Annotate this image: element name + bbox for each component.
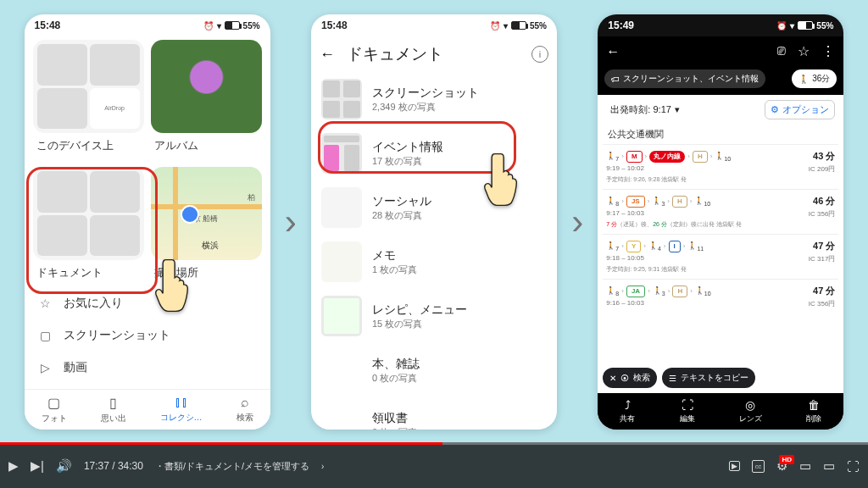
tile-on-device[interactable]: AirDrop (33, 40, 144, 133)
status-right: ⏰ ▾ 55% (203, 21, 260, 30)
settings-button[interactable]: ⚙HD (776, 458, 787, 474)
nav-collections[interactable]: ⫿⫿コレクシ… (160, 395, 203, 424)
photo-actions: ⤴共有 ⛶編集 ◎レンズ 🗑削除 (598, 393, 843, 430)
route-duration: 46 分 (813, 195, 835, 208)
theater-button[interactable]: ▭ (823, 458, 835, 474)
wifi-icon: ▾ (790, 21, 794, 30)
wifi-icon: ▾ (217, 21, 221, 30)
chip-close-search[interactable]: ✕⦿検索 (603, 368, 657, 388)
depart-time[interactable]: 出発時刻: 9:17▾ (606, 100, 684, 119)
action-lens[interactable]: ◎レンズ (739, 398, 762, 424)
share-icon: ⤴ (625, 398, 631, 412)
lens-icon: ◎ (745, 398, 755, 412)
clock: 15:48 (321, 19, 348, 31)
battery-pct: 55% (243, 21, 260, 30)
list-item[interactable]: メモ1 枚の写真 (311, 235, 557, 289)
walk-icon: 🚶 (798, 75, 809, 84)
autoplay-toggle[interactable]: ▶ (729, 461, 740, 471)
search-icon: ⌕ (241, 395, 249, 410)
route-duration: 47 分 (813, 240, 835, 252)
app-bar: ← ⎚ ☆ ⋮ (598, 36, 843, 66)
tile-label: アルバム (154, 138, 262, 153)
tile-places[interactable]: 柏 京 船橋 横浜 (151, 167, 262, 260)
status-bar: 15:48 ⏰ ▾ 55% (311, 14, 557, 36)
walk-segment: 🚶4 (648, 241, 661, 252)
walk-segment: 🚶8 (606, 286, 619, 297)
cat-screenshots[interactable]: ▢スクリーンショット (33, 319, 262, 352)
route-item[interactable]: 🚶7›M›丸ノ内線›H›🚶1043 分9:19 – 10:02IC 209円予定… (603, 144, 838, 189)
header: ← ドキュメント i (311, 36, 557, 72)
collections-icon: ⫿⫿ (175, 395, 188, 410)
play-button[interactable]: ▶ (8, 458, 19, 474)
back-arrow-icon[interactable]: ← (606, 44, 620, 59)
transit-body: 出発時刻: 9:17▾ ⚙オプション 公共交通機関 🚶7›M›丸ノ内線›H›🚶1… (598, 95, 843, 363)
battery-icon (225, 21, 240, 30)
battery-pct: 55% (816, 21, 833, 30)
tile-albums[interactable] (151, 40, 262, 133)
list-item[interactable]: 領収書0 枚の写真 (311, 397, 557, 430)
cat-favorites[interactable]: ☆お気に入り (33, 287, 262, 319)
nav-photos[interactable]: ▢フォト (42, 395, 67, 424)
route-item[interactable]: 🚶8›JS›🚶3›H›🚶1046 分9:17 – 10:03IC 356円7 分… (603, 189, 838, 234)
list-item[interactable]: ソーシャル28 枚の写真 (311, 180, 557, 235)
tutorial-stage: 15:48 ⏰ ▾ 55% AirDrop このデバイス上 アルバム (0, 0, 868, 488)
line-badge: H (672, 286, 687, 297)
miniplayer-button[interactable]: ▭ (799, 458, 811, 474)
line-badge: M (626, 151, 643, 163)
progress-track[interactable] (0, 442, 868, 445)
list-item[interactable]: レシピ、メニュー15 枚の写真 (311, 289, 557, 343)
status-bar: 15:48 ⏰ ▾ 55% (25, 14, 270, 36)
status-right: ⏰ ▾ 55% (490, 21, 547, 30)
memories-icon: ▯ (109, 395, 117, 411)
info-icon[interactable]: i (531, 46, 548, 63)
tag-icon: 🏷 (611, 75, 620, 84)
walk-segment: 🚶8 (606, 197, 619, 207)
back-arrow-icon[interactable]: ← (320, 46, 335, 64)
action-delete[interactable]: 🗑削除 (806, 398, 821, 424)
options-button[interactable]: ⚙オプション (765, 100, 835, 119)
wifi-icon: ▾ (504, 21, 508, 30)
line-badge: Y (626, 241, 641, 252)
close-icon[interactable]: ✕ (609, 374, 616, 383)
walk-segment: 🚶10 (715, 152, 731, 162)
chip-copy-text[interactable]: ☰テキストをコピー (662, 368, 755, 388)
line-name-pill: 丸ノ内線 (649, 151, 685, 163)
more-vert-icon[interactable]: ⋮ (821, 43, 835, 59)
chip-duration[interactable]: 🚶36分 (792, 69, 837, 88)
fullscreen-button[interactable]: ⛶ (847, 459, 860, 474)
action-share[interactable]: ⤴共有 (620, 398, 635, 424)
phone-2-documents-list: 15:48 ⏰ ▾ 55% ← ドキュメント i スクリーンショット2,349 … (311, 14, 557, 430)
text-icon: ☰ (669, 374, 676, 383)
walk-segment: 🚶10 (695, 286, 711, 297)
captions-button[interactable]: ㏄ (752, 460, 765, 473)
volume-button[interactable]: 🔊 (56, 458, 72, 474)
status-bar: 15:49 ⏰ ▾ 55% (598, 14, 843, 36)
section-title: 公共交通機関 (603, 125, 838, 144)
list-item-event-info[interactable]: イベント情報17 枚の写真 (311, 126, 557, 180)
clock: 15:48 (35, 19, 61, 31)
collections-body: AirDrop このデバイス上 アルバム ドキュメント 柏 京 船 (25, 36, 270, 389)
context-chips: 🏷スクリーンショット、イベント情報 🚶36分 (598, 66, 843, 95)
cast-icon[interactable]: ⎚ (777, 43, 786, 59)
walk-segment: 🚶3 (652, 197, 665, 207)
chip-context[interactable]: 🏷スクリーンショット、イベント情報 (604, 69, 765, 88)
route-item[interactable]: 🚶7›Y›🚶4›I›🚶1147 分9:18 – 10:05IC 317円予定時刻… (603, 234, 838, 279)
route-duration: 47 分 (813, 285, 835, 297)
list-item[interactable]: 本、雑誌0 枚の写真 (311, 343, 557, 397)
photo-icon: ▢ (47, 395, 60, 411)
action-edit[interactable]: ⛶編集 (680, 398, 695, 424)
next-button[interactable]: ▶| (31, 458, 44, 474)
chapter-next-icon[interactable]: › (321, 462, 324, 471)
nav-memories[interactable]: ▯思い出 (101, 395, 126, 424)
star-outline-icon[interactable]: ☆ (798, 43, 810, 59)
cat-videos[interactable]: ▷動画 (33, 352, 262, 384)
battery-icon (798, 21, 813, 30)
route-item[interactable]: 🚶8›JA›🚶3›H›🚶1047 分9:16 – 10:03IC 356円 (603, 279, 838, 313)
phone-3-maps-transit: 15:49 ⏰ ▾ 55% ← ⎚ ☆ ⋮ 🏷スクリーンショット、イベント情報 … (598, 14, 843, 430)
walk-segment: 🚶7 (606, 241, 619, 252)
list-item[interactable]: スクリーンショット2,349 枚の写真 (311, 72, 557, 126)
page-title: ドキュメント (347, 43, 443, 65)
nav-search[interactable]: ⌕検索 (236, 395, 253, 424)
tile-documents[interactable] (33, 167, 144, 260)
chapter-title[interactable]: ・書類/ドキュメント/メモを管理する (155, 460, 309, 473)
